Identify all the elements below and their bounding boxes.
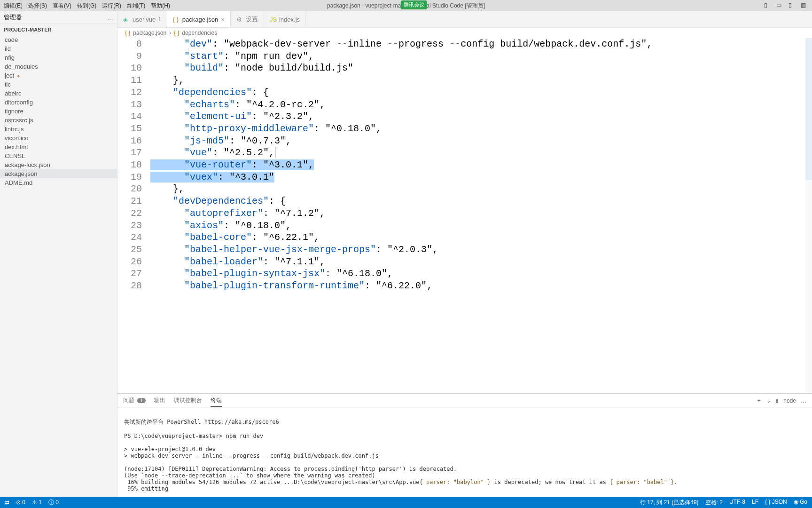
- close-icon[interactable]: ×: [221, 16, 225, 23]
- sidebar-item[interactable]: vicon.ico: [0, 134, 117, 143]
- tab-label: user.vue: [133, 16, 156, 23]
- menu-run[interactable]: 运行(R): [102, 2, 121, 10]
- tab-terminal[interactable]: 终端: [211, 395, 222, 407]
- chevron-down-icon[interactable]: ⌄: [766, 397, 771, 404]
- status-eol[interactable]: LF: [752, 499, 758, 507]
- tab-label: package.json: [182, 16, 219, 23]
- sidebar-item[interactable]: tignore: [0, 107, 117, 116]
- vue-icon: ◈: [123, 16, 130, 23]
- remote-icon[interactable]: ⇄: [5, 499, 9, 506]
- editor-tab[interactable]: JSindex.js: [264, 11, 306, 27]
- terminal-line: > webpack-dev-server --inline --progress…: [124, 452, 379, 459]
- editor-tab[interactable]: ◈user.vue1: [117, 11, 167, 27]
- minimap[interactable]: [805, 38, 812, 393]
- panel-right-icon[interactable]: ▯: [789, 2, 796, 9]
- menu-bar: 编辑(E) 选择(S) 查看(V) 转到(G) 运行(R) 终端(T) 帮助(H…: [0, 0, 812, 11]
- line-number-gutter: 8910111213141516171819202122232425262728: [117, 38, 150, 292]
- sidebar-item[interactable]: ditorconfig: [0, 98, 117, 107]
- terminal-shell-label[interactable]: node: [783, 397, 796, 404]
- js-icon: JS: [270, 16, 276, 23]
- tab-problems-label: 问题: [123, 397, 134, 404]
- chevron-right-icon: ›: [169, 30, 171, 36]
- sidebar-item[interactable]: ild: [0, 44, 117, 53]
- menu-edit[interactable]: 编辑(E): [4, 2, 23, 10]
- breadcrumb[interactable]: { } package.json › { } dependencies: [117, 28, 812, 38]
- status-language[interactable]: { } JSON: [765, 499, 787, 507]
- sidebar-item[interactable]: lintrc.js: [0, 125, 117, 134]
- gear-icon: ⚙: [236, 16, 243, 23]
- status-go[interactable]: ◉ Go: [794, 499, 807, 507]
- code-editor[interactable]: 8910111213141516171819202122232425262728…: [117, 38, 812, 393]
- tab-debug-console[interactable]: 调试控制台: [174, 395, 202, 406]
- sidebar-item[interactable]: ackage-lock.json: [0, 160, 117, 169]
- breadcrumb-node[interactable]: dependencies: [182, 30, 217, 36]
- panel-left-icon[interactable]: ▯: [764, 2, 772, 9]
- sidebar-item[interactable]: tic: [0, 80, 117, 89]
- json-icon: { }: [174, 30, 179, 36]
- tab-problems[interactable]: 问题 1: [123, 395, 146, 406]
- explorer-title: 管理器: [4, 13, 22, 22]
- breadcrumb-file[interactable]: package.json: [133, 30, 166, 36]
- sidebar-item[interactable]: de_modules: [0, 62, 117, 71]
- new-terminal-button[interactable]: ＋: [756, 397, 762, 405]
- terminal-line: 尝试新的跨平台 PowerShell https://aka.ms/pscore…: [124, 419, 279, 425]
- menu-help[interactable]: 帮助(H): [151, 2, 170, 10]
- problems-count-badge: 1: [137, 398, 146, 403]
- sidebar-item[interactable]: abelrc: [0, 89, 117, 98]
- project-name[interactable]: PROJECT-MASTER: [0, 24, 117, 35]
- terminal-line: { parser: "babylon" }: [420, 479, 491, 485]
- terminal-line: is deprecated; we now treat it as: [491, 479, 609, 485]
- bottom-panel: 问题 1 输出 调试控制台 终端 ＋ ⌄ ⫿ node … 尝试新的跨平台 Po…: [117, 393, 812, 497]
- status-indent[interactable]: 空格: 2: [705, 499, 723, 507]
- tab-label: 设置: [246, 15, 258, 24]
- sidebar-item[interactable]: ADME.md: [0, 178, 117, 187]
- status-encoding[interactable]: UTF-8: [729, 499, 745, 507]
- sidebar-item[interactable]: ostcssrc.js: [0, 116, 117, 125]
- sidebar-item[interactable]: nfig: [0, 53, 117, 62]
- code-content[interactable]: "dev": "webpack-dev-server --inline --pr…: [150, 38, 803, 292]
- sidebar-item[interactable]: CENSE: [0, 151, 117, 160]
- terminal-line: { parser: "babel" }: [609, 479, 674, 485]
- terminal-line: PS D:\code\vueproject-master> npm run de…: [124, 433, 263, 439]
- menu-terminal[interactable]: 终端(T): [127, 2, 145, 10]
- panel-bottom-icon[interactable]: ▭: [776, 2, 784, 9]
- editor-tab[interactable]: { }package.json×: [167, 11, 231, 27]
- terminal-line: (node:17104) [DEP0111] DeprecationWarnin…: [124, 466, 457, 472]
- sidebar-item[interactable]: dex.html: [0, 143, 117, 151]
- explorer-more-icon[interactable]: …: [107, 14, 113, 21]
- meeting-badge: 腾讯会议: [401, 0, 427, 9]
- json-icon: { }: [173, 16, 180, 23]
- terminal-line: (Use `node --trace-deprecation ...` to s…: [124, 472, 375, 479]
- layout-toggles[interactable]: ▯ ▭ ▯ ▥: [764, 2, 808, 9]
- sidebar-item[interactable]: ackage.json: [0, 169, 117, 178]
- terminal-line: 16% building modules 54/126 modules 72 a…: [124, 479, 420, 485]
- tab-label: index.js: [279, 16, 300, 23]
- sidebar-item[interactable]: code: [0, 35, 117, 44]
- explorer-sidebar: 管理器 … PROJECT-MASTER codeildnfigde_modul…: [0, 11, 117, 497]
- editor-tabs: ◈user.vue1{ }package.json×⚙设置JSindex.js: [117, 11, 812, 28]
- terminal-line: > vue-ele-project@1.0.0 dev: [124, 446, 216, 452]
- menu-view[interactable]: 查看(V): [53, 2, 71, 10]
- status-errors[interactable]: ⊘ 0: [16, 499, 25, 506]
- split-terminal-icon[interactable]: ⫿: [776, 397, 779, 404]
- terminal-output[interactable]: 尝试新的跨平台 PowerShell https://aka.ms/pscore…: [117, 408, 812, 497]
- status-cursor[interactable]: 行 17, 列 21 (已选择49): [640, 499, 699, 507]
- menu-goto[interactable]: 转到(G): [77, 2, 96, 10]
- dirty-indicator: 1: [158, 17, 161, 22]
- status-warnings[interactable]: ⚠ 1: [32, 499, 42, 506]
- panel-tabs: 问题 1 输出 调试控制台 终端 ＋ ⌄ ⫿ node …: [117, 394, 812, 408]
- terminal-line: 95% emitting: [124, 485, 168, 492]
- sidebar-item[interactable]: ject: [0, 71, 117, 80]
- json-icon: { }: [125, 30, 130, 36]
- status-bar: ⇄ ⊘ 0 ⚠ 1 ⓘ 0 行 17, 列 21 (已选择49) 空格: 2 U…: [0, 497, 812, 508]
- tab-output[interactable]: 输出: [154, 395, 165, 406]
- layout-grid-icon[interactable]: ▥: [801, 2, 808, 9]
- status-info[interactable]: ⓘ 0: [48, 499, 59, 507]
- terminal-line: .: [674, 479, 677, 485]
- panel-more-icon[interactable]: …: [801, 397, 806, 404]
- editor-tab[interactable]: ⚙设置: [231, 11, 264, 27]
- menu-select[interactable]: 选择(S): [28, 2, 47, 10]
